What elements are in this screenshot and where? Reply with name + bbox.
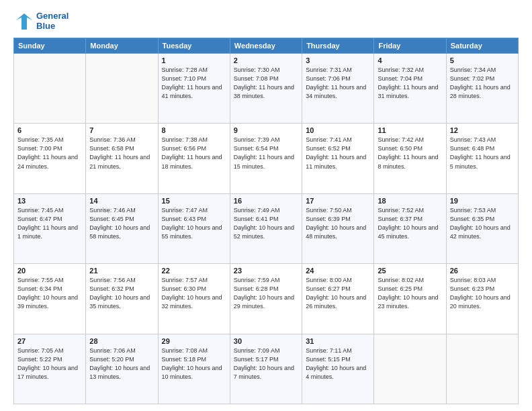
day-info: Sunrise: 7:30 AMSunset: 7:08 PMDaylight:… (234, 66, 298, 101)
day-number: 5 (450, 56, 515, 64)
day-info: Sunrise: 7:08 AMSunset: 5:18 PMDaylight:… (162, 347, 226, 381)
day-info: Sunrise: 7:35 AMSunset: 7:00 PMDaylight:… (17, 136, 82, 171)
week-row-4: 20Sunrise: 7:55 AMSunset: 6:34 PMDayligh… (14, 264, 519, 334)
day-number: 13 (17, 197, 82, 205)
table-cell (374, 334, 446, 404)
day-info: Sunrise: 7:50 AMSunset: 6:39 PMDaylight:… (306, 206, 370, 241)
header-tuesday: Tuesday (158, 38, 230, 54)
header: General Blue (13, 11, 519, 32)
day-info: Sunrise: 7:42 AMSunset: 6:50 PMDaylight:… (378, 136, 442, 171)
day-info: Sunrise: 7:38 AMSunset: 6:56 PMDaylight:… (162, 136, 226, 171)
table-cell: 31Sunrise: 7:11 AMSunset: 5:15 PMDayligh… (302, 334, 374, 404)
table-cell (86, 54, 158, 124)
day-number: 24 (306, 267, 370, 275)
day-info: Sunrise: 7:52 AMSunset: 6:37 PMDaylight:… (378, 206, 442, 241)
day-info: Sunrise: 7:46 AMSunset: 6:45 PMDaylight:… (89, 206, 154, 241)
day-info: Sunrise: 7:05 AMSunset: 5:22 PMDaylight:… (17, 347, 82, 381)
table-cell: 29Sunrise: 7:08 AMSunset: 5:18 PMDayligh… (158, 334, 230, 404)
header-saturday: Saturday (446, 38, 518, 54)
day-info: Sunrise: 7:11 AMSunset: 5:15 PMDaylight:… (306, 347, 370, 381)
logo-general: General (36, 11, 69, 21)
logo-inner: General Blue (13, 11, 69, 32)
table-cell: 27Sunrise: 7:05 AMSunset: 5:22 PMDayligh… (14, 334, 86, 404)
table-cell: 21Sunrise: 7:56 AMSunset: 6:32 PMDayligh… (86, 264, 158, 334)
table-cell: 22Sunrise: 7:57 AMSunset: 6:30 PMDayligh… (158, 264, 230, 334)
logo-bird-icon (13, 11, 35, 32)
table-cell: 23Sunrise: 7:59 AMSunset: 6:28 PMDayligh… (230, 264, 302, 334)
day-info: Sunrise: 7:41 AMSunset: 6:52 PMDaylight:… (306, 136, 370, 171)
day-info: Sunrise: 7:56 AMSunset: 6:32 PMDaylight:… (89, 276, 154, 311)
day-info: Sunrise: 7:06 AMSunset: 5:20 PMDaylight:… (89, 347, 154, 381)
table-cell: 5Sunrise: 7:34 AMSunset: 7:02 PMDaylight… (446, 54, 518, 124)
day-number: 29 (162, 337, 226, 345)
day-number: 25 (378, 267, 442, 275)
table-cell: 6Sunrise: 7:35 AMSunset: 7:00 PMDaylight… (14, 124, 86, 193)
day-info: Sunrise: 7:45 AMSunset: 6:47 PMDaylight:… (17, 206, 82, 241)
table-cell: 30Sunrise: 7:09 AMSunset: 5:17 PMDayligh… (230, 334, 302, 404)
table-cell: 8Sunrise: 7:38 AMSunset: 6:56 PMDaylight… (158, 124, 230, 193)
day-number: 28 (89, 337, 154, 345)
table-cell: 26Sunrise: 8:03 AMSunset: 6:23 PMDayligh… (446, 264, 518, 334)
table-cell: 14Sunrise: 7:46 AMSunset: 6:45 PMDayligh… (86, 193, 158, 263)
table-cell: 7Sunrise: 7:36 AMSunset: 6:58 PMDaylight… (86, 124, 158, 193)
day-info: Sunrise: 7:32 AMSunset: 7:04 PMDaylight:… (378, 66, 442, 101)
table-cell: 16Sunrise: 7:49 AMSunset: 6:41 PMDayligh… (230, 193, 302, 263)
table-cell: 4Sunrise: 7:32 AMSunset: 7:04 PMDaylight… (374, 54, 446, 124)
day-info: Sunrise: 8:00 AMSunset: 6:27 PMDaylight:… (306, 276, 370, 311)
day-number: 8 (162, 126, 226, 134)
day-number: 9 (234, 126, 298, 134)
day-info: Sunrise: 7:28 AMSunset: 7:10 PMDaylight:… (162, 66, 226, 101)
table-cell: 18Sunrise: 7:52 AMSunset: 6:37 PMDayligh… (374, 193, 446, 263)
table-cell: 13Sunrise: 7:45 AMSunset: 6:47 PMDayligh… (14, 193, 86, 263)
table-cell: 12Sunrise: 7:43 AMSunset: 6:48 PMDayligh… (446, 124, 518, 193)
day-number: 17 (306, 197, 370, 205)
logo: General Blue (13, 11, 69, 32)
table-cell (14, 54, 86, 124)
day-info: Sunrise: 7:34 AMSunset: 7:02 PMDaylight:… (450, 66, 515, 101)
day-info: Sunrise: 7:59 AMSunset: 6:28 PMDaylight:… (234, 276, 298, 311)
day-number: 4 (378, 56, 442, 64)
day-info: Sunrise: 7:57 AMSunset: 6:30 PMDaylight:… (162, 276, 226, 311)
day-number: 2 (234, 56, 298, 64)
table-cell (446, 334, 518, 404)
day-number: 14 (89, 197, 154, 205)
day-info: Sunrise: 7:53 AMSunset: 6:35 PMDaylight:… (450, 206, 515, 241)
table-cell: 2Sunrise: 7:30 AMSunset: 7:08 PMDaylight… (230, 54, 302, 124)
day-number: 19 (450, 197, 515, 205)
day-number: 11 (378, 126, 442, 134)
header-sunday: Sunday (14, 38, 86, 54)
day-number: 10 (306, 126, 370, 134)
week-row-1: 1Sunrise: 7:28 AMSunset: 7:10 PMDaylight… (14, 54, 519, 124)
day-info: Sunrise: 7:49 AMSunset: 6:41 PMDaylight:… (234, 206, 298, 241)
day-info: Sunrise: 7:55 AMSunset: 6:34 PMDaylight:… (17, 276, 82, 311)
day-info: Sunrise: 8:03 AMSunset: 6:23 PMDaylight:… (450, 276, 515, 311)
table-cell: 19Sunrise: 7:53 AMSunset: 6:35 PMDayligh… (446, 193, 518, 263)
day-number: 12 (450, 126, 515, 134)
table-cell: 24Sunrise: 8:00 AMSunset: 6:27 PMDayligh… (302, 264, 374, 334)
table-cell: 11Sunrise: 7:42 AMSunset: 6:50 PMDayligh… (374, 124, 446, 193)
day-info: Sunrise: 7:31 AMSunset: 7:06 PMDaylight:… (306, 66, 370, 101)
day-number: 7 (89, 126, 154, 134)
day-number: 27 (17, 337, 82, 345)
day-number: 31 (306, 337, 370, 345)
calendar-header: SundayMondayTuesdayWednesdayThursdayFrid… (14, 38, 519, 54)
day-number: 30 (234, 337, 298, 345)
day-number: 1 (162, 56, 226, 64)
day-info: Sunrise: 8:02 AMSunset: 6:25 PMDaylight:… (378, 276, 442, 311)
header-thursday: Thursday (302, 38, 374, 54)
table-cell: 3Sunrise: 7:31 AMSunset: 7:06 PMDaylight… (302, 54, 374, 124)
table-cell: 1Sunrise: 7:28 AMSunset: 7:10 PMDaylight… (158, 54, 230, 124)
page: General Blue SundayMondayTuesdayWednesda… (0, 0, 532, 411)
day-number: 15 (162, 197, 226, 205)
calendar-table: SundayMondayTuesdayWednesdayThursdayFrid… (13, 38, 519, 404)
table-cell: 25Sunrise: 8:02 AMSunset: 6:25 PMDayligh… (374, 264, 446, 334)
day-info: Sunrise: 7:43 AMSunset: 6:48 PMDaylight:… (450, 136, 515, 171)
day-info: Sunrise: 7:39 AMSunset: 6:54 PMDaylight:… (234, 136, 298, 171)
calendar-body: 1Sunrise: 7:28 AMSunset: 7:10 PMDaylight… (14, 54, 519, 404)
day-info: Sunrise: 7:36 AMSunset: 6:58 PMDaylight:… (89, 136, 154, 171)
day-number: 6 (17, 126, 82, 134)
header-row: SundayMondayTuesdayWednesdayThursdayFrid… (14, 38, 519, 54)
table-cell: 20Sunrise: 7:55 AMSunset: 6:34 PMDayligh… (14, 264, 86, 334)
week-row-3: 13Sunrise: 7:45 AMSunset: 6:47 PMDayligh… (14, 193, 519, 263)
table-cell: 10Sunrise: 7:41 AMSunset: 6:52 PMDayligh… (302, 124, 374, 193)
